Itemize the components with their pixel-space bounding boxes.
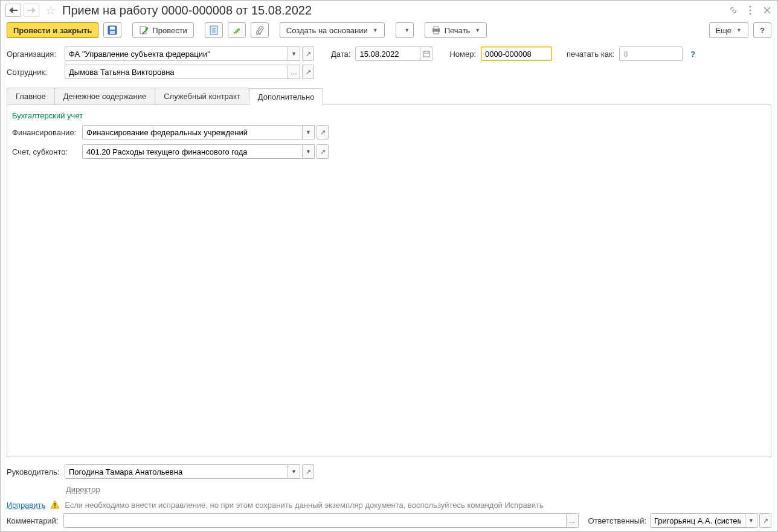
tab-main[interactable]: Главное [7, 88, 55, 104]
highlight-button[interactable] [228, 22, 246, 38]
open-icon: ↗ [306, 468, 311, 476]
account-input[interactable] [82, 144, 303, 159]
open-icon: ↗ [306, 50, 311, 58]
employee-label: Сотрудник: [7, 68, 60, 77]
chevron-down-icon: ▼ [373, 27, 378, 33]
employee-input[interactable] [65, 65, 288, 79]
kebab-menu-icon[interactable] [745, 5, 756, 16]
warning-icon [50, 500, 60, 510]
highlighter-icon [232, 25, 242, 35]
svg-rect-22 [54, 503, 56, 506]
tab-salary[interactable]: Денежное содержание [54, 88, 155, 104]
account-open-button[interactable]: ↗ [317, 144, 329, 159]
open-icon: ↗ [320, 148, 326, 156]
responsible-label: Ответственный: [588, 516, 646, 525]
more-label: Еще [716, 26, 731, 35]
svg-rect-23 [54, 507, 56, 508]
print-label: Печать [445, 26, 471, 35]
financing-input[interactable] [82, 125, 303, 139]
document-icon [210, 25, 218, 35]
chevron-down-icon: ▼ [736, 27, 742, 33]
print-button[interactable]: Печать ▼ [425, 22, 487, 38]
copy-doc-button[interactable]: ▼ [396, 22, 414, 38]
responsible-dropdown-button[interactable]: ▼ [745, 513, 757, 528]
post-button[interactable]: Провести [132, 22, 194, 38]
open-icon: ↗ [320, 129, 326, 136]
manager-label: Руководитель: [7, 467, 60, 476]
close-icon[interactable] [762, 5, 773, 16]
date-picker-button[interactable] [420, 46, 432, 61]
comment-input[interactable] [63, 513, 567, 528]
svg-rect-17 [434, 31, 439, 34]
svg-rect-16 [434, 27, 439, 29]
accounting-section-title: Бухгалтерский учет [12, 111, 766, 120]
more-button[interactable]: Еще ▼ [709, 22, 748, 38]
manager-position-link[interactable]: Директор [66, 485, 100, 494]
arrow-left-icon [9, 7, 18, 13]
number-input[interactable] [481, 46, 552, 61]
comment-label: Комментарий: [7, 516, 60, 525]
open-icon: ↗ [306, 68, 311, 76]
ellipsis-icon: … [291, 68, 297, 75]
nav-back-button[interactable] [5, 4, 21, 17]
org-label: Организация: [7, 50, 60, 59]
svg-point-7 [146, 27, 148, 30]
fix-text: Если необходимо внести исправление, но п… [65, 501, 543, 510]
tab-contract[interactable]: Служебный контракт [155, 88, 249, 104]
attach-button[interactable] [251, 22, 269, 38]
save-button[interactable] [103, 22, 121, 38]
post-icon [139, 25, 149, 35]
question-icon: ? [760, 26, 765, 35]
printer-icon [431, 26, 441, 34]
svg-point-0 [750, 6, 751, 8]
manager-open-button[interactable]: ↗ [302, 464, 314, 479]
employee-open-button[interactable]: ↗ [302, 65, 314, 79]
svg-rect-12 [233, 33, 237, 34]
svg-rect-5 [110, 31, 115, 34]
chevron-down-icon: ▼ [291, 469, 297, 475]
print-as-label: печатать как: [567, 50, 614, 59]
manager-input[interactable] [65, 464, 288, 479]
document-view-button[interactable] [205, 22, 223, 38]
svg-rect-18 [423, 51, 429, 57]
chevron-down-icon: ▼ [306, 149, 311, 155]
chevron-down-icon: ▼ [475, 27, 480, 33]
create-based-button[interactable]: Создать на основании ▼ [280, 22, 385, 38]
svg-rect-4 [110, 27, 115, 30]
date-input[interactable] [355, 46, 420, 61]
financing-label: Финансирование: [12, 128, 79, 137]
chevron-down-icon: ▼ [404, 27, 410, 33]
manager-dropdown-button[interactable]: ▼ [288, 464, 300, 479]
tab-additional[interactable]: Дополнительно [249, 88, 324, 105]
arrow-right-icon [27, 7, 36, 13]
link-icon[interactable] [728, 5, 739, 16]
nav-forward-button [24, 4, 39, 17]
fix-link[interactable]: Исправить [7, 501, 45, 510]
org-dropdown-button[interactable]: ▼ [288, 46, 300, 61]
responsible-input[interactable] [650, 513, 745, 528]
chevron-down-icon: ▼ [306, 129, 311, 135]
account-dropdown-button[interactable]: ▼ [303, 144, 315, 159]
financing-open-button[interactable]: ↗ [317, 125, 329, 139]
window-title: Прием на работу 0000-000008 от 15.08.202… [62, 4, 725, 18]
open-icon: ↗ [763, 517, 768, 525]
post-and-close-button[interactable]: Провести и закрыть [7, 22, 98, 38]
ellipsis-icon: … [569, 517, 576, 524]
employee-ellipsis-button[interactable]: … [288, 65, 300, 79]
account-label: Счет, субконто: [12, 147, 79, 156]
print-as-help[interactable]: ? [687, 49, 698, 59]
help-button[interactable]: ? [753, 22, 771, 38]
favorite-star-icon[interactable]: ☆ [45, 3, 56, 18]
org-input[interactable] [65, 46, 288, 61]
chevron-down-icon: ▼ [291, 51, 297, 57]
create-based-label: Создать на основании [286, 26, 368, 35]
svg-point-1 [750, 10, 751, 11]
print-as-input[interactable] [619, 46, 683, 61]
financing-dropdown-button[interactable]: ▼ [303, 125, 315, 139]
number-label: Номер: [449, 50, 476, 59]
org-open-button[interactable]: ↗ [302, 46, 314, 61]
responsible-open-button[interactable]: ↗ [759, 513, 771, 528]
floppy-icon [108, 25, 117, 35]
svg-point-2 [750, 13, 751, 15]
comment-ellipsis-button[interactable]: … [567, 513, 579, 528]
